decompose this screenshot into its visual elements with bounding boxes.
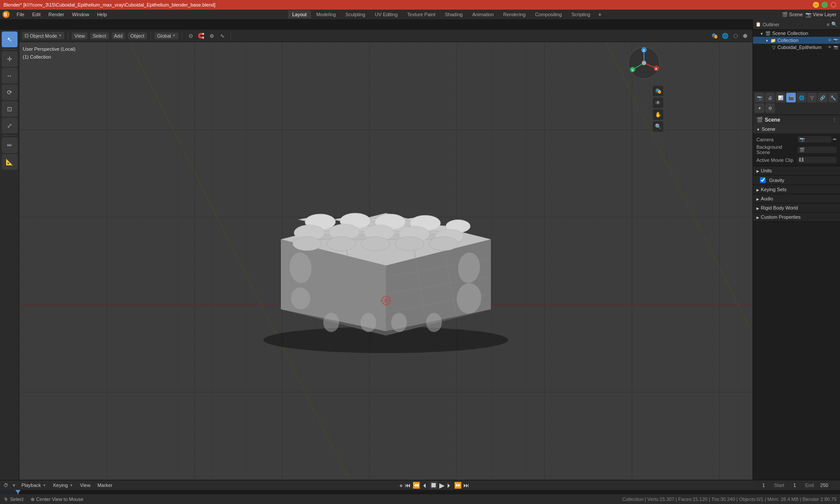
vp-tool-pan[interactable]: ✋ [653, 109, 663, 120]
view-menu[interactable]: View [78, 482, 92, 488]
solid-btn active[interactable]: ⬢ [740, 31, 750, 41]
prev-keyframe-icon[interactable]: ⏴ [422, 482, 428, 489]
tab-animation[interactable]: Animation [468, 10, 498, 18]
annotate-tool[interactable]: ✏ [2, 137, 18, 153]
scene-props-options[interactable]: ⋮ [832, 118, 836, 122]
scene-name[interactable]: Scene [789, 12, 803, 17]
select-tool[interactable]: ↖ [2, 32, 18, 47]
play-end-icon[interactable]: ⏭ [463, 482, 469, 489]
vp-tool-zoom[interactable]: 🔍 [653, 121, 663, 132]
minimize-button[interactable]: ─ [813, 2, 819, 8]
viewport-view-menu[interactable]: View [72, 32, 88, 39]
cursor-tool[interactable]: ✛ [2, 51, 18, 67]
viewport-3d[interactable]: User Perspective (Local) (1) Collection … [19, 42, 752, 480]
pivot-btn[interactable]: ⊙ [186, 31, 196, 41]
props-world-icon[interactable]: 🌐 [797, 93, 806, 102]
units-section[interactable]: Units [753, 166, 840, 175]
scale-tool[interactable]: ⊡ [2, 101, 18, 117]
outliner-header-icon: 📋 [756, 22, 761, 27]
proportional-type[interactable]: ∿ [217, 31, 227, 41]
measure-tool[interactable]: 📐 [2, 154, 18, 170]
close-button[interactable]: ✕ [830, 2, 836, 8]
marker-menu[interactable]: Marker [96, 482, 114, 488]
tab-sculpting[interactable]: Sculpting [341, 10, 370, 18]
tab-compositing[interactable]: Compositing [531, 10, 566, 18]
maximize-button[interactable]: □ [822, 2, 828, 8]
outliner-object[interactable]: ▽ Cuboidal_Epithelium 👁 📷 [753, 44, 840, 51]
tab-layout[interactable]: Layout [288, 10, 311, 18]
props-scene-icon[interactable]: 🎬 [786, 93, 796, 102]
collection-render-icon[interactable]: 📷 [833, 38, 838, 42]
scene-section-header[interactable]: Scene [753, 125, 840, 133]
frame-end-input[interactable] [816, 482, 833, 489]
props-view-icon[interactable]: 📊 [776, 93, 785, 102]
keying-chevron: ▼ [70, 483, 73, 487]
object-render-icon[interactable]: 📷 [833, 45, 838, 49]
collection-vis-icon[interactable]: 👁 [828, 38, 832, 42]
vp-tool-view[interactable]: 👁 [653, 98, 663, 108]
outliner-scene-collection[interactable]: 🎬 Scene Collection [753, 30, 840, 37]
object-vis-icon[interactable]: 👁 [828, 45, 832, 49]
navigation-gizmo[interactable]: Z X Y [626, 46, 662, 80]
play-icon[interactable]: ▶ [439, 481, 444, 490]
scene-icon[interactable]: 🎭 [710, 31, 719, 41]
keying-sets-section[interactable]: Keying Sets [753, 185, 840, 194]
menu-window[interactable]: Window [69, 11, 93, 18]
camera-value[interactable]: 📷 [798, 136, 831, 143]
tab-uv-editing[interactable]: UV Editing [371, 10, 402, 18]
viewport-select-menu[interactable]: Select [90, 32, 109, 39]
outliner-filter-icon[interactable]: ≡ [827, 22, 830, 27]
wireframe-btn[interactable]: ⬡ [731, 31, 740, 41]
background-scene-value[interactable]: 🎬 [798, 147, 836, 153]
view-layer-name[interactable]: View Layer [813, 12, 836, 17]
props-particles-icon[interactable]: ✦ [755, 103, 764, 113]
stop-icon[interactable]: ⏹ [430, 481, 438, 489]
menu-render[interactable]: Render [45, 11, 68, 18]
transform-global[interactable]: Global ▼ [154, 32, 178, 39]
camera-browse-icon[interactable]: ✏ [833, 137, 836, 142]
frame-start-input[interactable] [786, 482, 803, 489]
world-icon[interactable]: 🌐 [720, 31, 730, 41]
custom-properties-section[interactable]: Custom Properties [753, 213, 840, 222]
tab-add[interactable]: + [595, 10, 604, 19]
menu-edit[interactable]: Edit [29, 11, 44, 18]
gravity-checkbox[interactable] [760, 177, 766, 183]
timeline-editor-icon[interactable]: ⏱ [4, 483, 8, 488]
rigid-body-section[interactable]: Rigid Body World [753, 203, 840, 213]
menu-bar: B File Edit Render Window Help Layout Mo… [0, 10, 840, 19]
menu-file[interactable]: File [13, 11, 28, 18]
menu-help[interactable]: Help [94, 11, 111, 18]
play-backward-icon[interactable]: ⏮ [405, 482, 411, 489]
tab-shading[interactable]: Shading [441, 10, 467, 18]
props-constraint-icon[interactable]: 🔗 [818, 93, 827, 102]
tab-scripting[interactable]: Scripting [567, 10, 595, 18]
tab-texture-paint[interactable]: Texture Paint [403, 10, 440, 18]
viewport-mode-selector[interactable]: ⊡ Object Mode ▼ [22, 32, 64, 39]
proportional-edit[interactable]: ⊚ [207, 31, 217, 41]
next-keyframe-icon[interactable]: ⏵ [446, 482, 452, 489]
vp-tool-scene[interactable]: 🎭 [653, 86, 663, 96]
outliner-collection[interactable]: 📁 Collection 👁 📷 [753, 37, 840, 44]
movie-clip-value[interactable]: 🎞 [798, 157, 836, 163]
step-backward-icon[interactable]: ⏪ [413, 482, 420, 489]
rotate-tool[interactable]: ⟳ [2, 84, 18, 100]
outliner-search-icon[interactable]: 🔍 [831, 21, 837, 27]
move-tool[interactable]: ↔ [2, 68, 18, 84]
viewport-object-menu[interactable]: Object [128, 32, 147, 39]
tab-rendering[interactable]: Rendering [499, 10, 530, 18]
props-output-icon[interactable]: 🖨 [765, 93, 775, 102]
props-modifier-icon[interactable]: 🔧 [828, 93, 838, 102]
keying-menu[interactable]: Keying ▼ [51, 482, 75, 488]
props-render-icon[interactable]: 📷 [755, 93, 764, 102]
playback-menu[interactable]: Playback ▼ [20, 482, 48, 488]
tab-modeling[interactable]: Modeling [312, 10, 340, 18]
audio-section[interactable]: Audio [753, 194, 840, 203]
snap-toggle[interactable]: 🧲 [196, 31, 206, 41]
props-physics-icon[interactable]: ⚙ [765, 103, 775, 113]
props-object-icon[interactable]: ▽ [807, 93, 817, 102]
transform-tool[interactable]: ⤢ [2, 118, 18, 133]
gravity-section[interactable]: Gravity [753, 175, 840, 185]
frame-current-input[interactable] [755, 482, 772, 489]
viewport-add-menu[interactable]: Add [112, 32, 126, 39]
step-forward-icon[interactable]: ⏩ [454, 482, 462, 489]
